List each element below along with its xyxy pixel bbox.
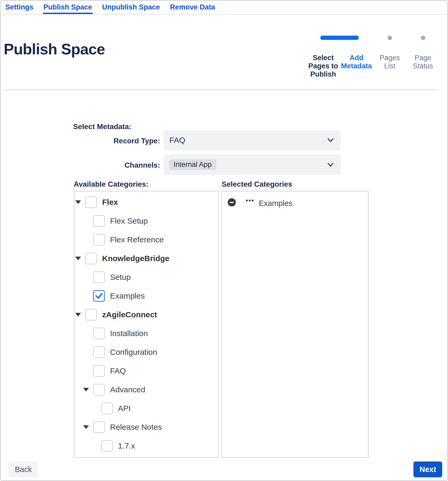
category-checkbox-setup[interactable] [93, 271, 105, 283]
category-label: Configuration [110, 348, 157, 357]
record-type-label: Record Type: [73, 137, 160, 145]
back-button[interactable]: Back [8, 461, 38, 477]
header-divider [3, 89, 437, 90]
available-categories-heading: Available Categories: [74, 180, 149, 188]
caret-down-icon[interactable] [75, 200, 81, 204]
category-row-release-notes: Release Notes [74, 418, 218, 436]
wizard-stepper: Select Pages to PublishAdd MetadataPages… [307, 36, 440, 78]
category-checkbox-faq[interactable] [93, 365, 105, 377]
selected-category-row: Examples [222, 191, 368, 207]
caret-down-icon[interactable] [75, 313, 81, 317]
category-label: Installation [110, 329, 148, 338]
step-label-add-metadata: Add Metadata [340, 54, 373, 78]
top-tab-bar: SettingsPublish SpaceUnpublish SpaceRemo… [1, 1, 447, 15]
category-label: API [118, 404, 131, 413]
category-checkbox-flex-reference[interactable] [93, 234, 105, 246]
category-checkbox-knowledgebridge[interactable] [85, 253, 97, 264]
caret-down-icon[interactable] [75, 257, 81, 260]
category-label: Release Notes [110, 423, 162, 432]
available-categories-panel: Flex Flex Setup Flex Reference [74, 191, 218, 458]
tab-publish-space[interactable]: Publish Space [43, 1, 93, 14]
category-row-api: API [74, 399, 218, 418]
selected-categories-heading: Selected Categories [222, 180, 292, 188]
channel-tag-internal-app: Internal App [169, 159, 216, 170]
remove-icon[interactable] [228, 198, 236, 206]
category-checkbox-examples[interactable] [93, 290, 105, 302]
category-checkbox-flex-setup[interactable] [93, 215, 105, 227]
step-dot [388, 36, 392, 40]
category-label: Flex Reference [110, 235, 164, 244]
stepper-indicators [307, 36, 440, 40]
select-metadata-label: Select Metadata: [73, 122, 131, 131]
record-type-value: FAQ [169, 136, 185, 145]
tab-settings[interactable]: Settings [5, 1, 34, 14]
category-checkbox-configuration[interactable] [93, 346, 105, 358]
next-button[interactable]: Next [413, 461, 442, 477]
category-row-1-7-x: 1.7.x [74, 436, 218, 455]
category-label: FAQ [110, 366, 126, 375]
category-row-flex: Flex [74, 193, 218, 211]
caret-down-icon[interactable] [83, 388, 89, 392]
chevron-down-icon [327, 138, 334, 142]
category-checkbox-1-7-x[interactable] [101, 440, 113, 452]
category-row-zagileconnect: zAgileConnect [74, 305, 218, 324]
publish-space-app: SettingsPublish SpaceUnpublish SpaceRemo… [0, 0, 448, 481]
category-row-setup: Setup [74, 268, 218, 286]
category-checkbox-flex[interactable] [85, 196, 97, 208]
record-type-select[interactable]: FAQ [164, 130, 341, 150]
drag-handle-icon[interactable] [246, 200, 254, 201]
category-row-faq: FAQ [74, 361, 218, 380]
category-row-installation: Installation [74, 324, 218, 343]
step-label-select-pages-to-publish: Select Pages to Publish [307, 54, 340, 78]
category-row-knowledgebridge: KnowledgeBridge [74, 249, 218, 268]
step-label-page-status: Page Status [406, 54, 440, 78]
tab-remove-data[interactable]: Remove Data [169, 1, 216, 14]
category-label: 1.7.x [118, 441, 135, 450]
category-row-configuration: Configuration [74, 343, 218, 361]
step-indicator-page-status [406, 36, 440, 40]
checkmark-icon [95, 292, 103, 300]
category-checkbox-api[interactable] [101, 403, 113, 414]
category-label: Examples [110, 291, 145, 300]
category-label: KnowledgeBridge [102, 254, 169, 263]
category-checkbox-installation[interactable] [93, 328, 105, 339]
category-checkbox-advanced[interactable] [93, 384, 105, 395]
step-label-pages-list: Pages List [373, 54, 406, 78]
category-row-examples: Examples [74, 286, 218, 305]
page-title: Publish Space [4, 40, 105, 58]
tab-unpublish-space[interactable]: Unpublish Space [102, 1, 160, 14]
chevron-down-icon [327, 163, 334, 167]
category-row-advanced: Advanced [74, 380, 218, 399]
category-row-flex-reference: Flex Reference [74, 230, 218, 249]
step-dot [421, 36, 425, 40]
step-indicator-pages-list [373, 36, 406, 40]
caret-down-icon[interactable] [83, 425, 89, 429]
channels-label: Channels: [73, 161, 160, 169]
category-label: Flex Setup [110, 216, 148, 225]
category-checkbox-release-notes[interactable] [93, 421, 105, 433]
category-row-flex-setup: Flex Setup [74, 211, 218, 230]
category-checkbox-zagileconnect[interactable] [85, 309, 97, 320]
selected-category-label: Examples [259, 199, 292, 208]
category-label: zAgileConnect [102, 310, 157, 319]
category-label: Setup [110, 273, 131, 282]
channels-select[interactable]: Internal App [164, 154, 341, 175]
category-label: Flex [102, 198, 118, 207]
step-progress-pill [320, 36, 359, 40]
category-label: Advanced [110, 385, 145, 394]
selected-categories-panel: Examples [221, 191, 369, 458]
